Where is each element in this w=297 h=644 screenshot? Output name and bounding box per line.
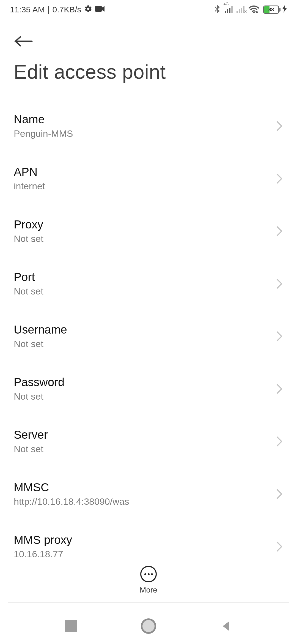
row-value: Not set — [14, 444, 48, 454]
system-nav-bar — [0, 608, 297, 644]
chevron-right-icon — [276, 436, 283, 447]
charging-icon — [282, 5, 287, 14]
row-label: Name — [14, 113, 73, 126]
bottom-separator — [8, 602, 289, 603]
page-title: Edit access point — [0, 50, 297, 100]
row-value: http://10.16.18.4:38090/was — [14, 496, 129, 507]
status-bar: 11:35 AM | 0.7KB/s 4G ✕ — [0, 0, 297, 19]
chevron-right-icon — [276, 541, 283, 552]
more-button[interactable]: More — [0, 559, 297, 594]
row-label: MMSC — [14, 481, 129, 494]
row-label: Port — [14, 271, 43, 284]
row-password[interactable]: Password Not set — [14, 362, 283, 415]
row-name[interactable]: Name Penguin-MMS — [14, 100, 283, 152]
more-label: More — [140, 586, 157, 594]
row-label: MMS proxy — [14, 533, 72, 547]
svg-point-2 — [253, 12, 255, 13]
row-value: Not set — [14, 391, 64, 402]
back-button[interactable] — [14, 33, 36, 50]
svg-rect-1 — [95, 6, 102, 12]
row-value: internet — [14, 181, 45, 192]
row-label: Server — [14, 428, 48, 441]
row-label: Password — [14, 376, 64, 389]
row-port[interactable]: Port Not set — [14, 257, 283, 310]
settings-list: Name Penguin-MMS APN internet Proxy Not … — [0, 100, 297, 564]
more-icon — [140, 566, 157, 582]
row-value: Not set — [14, 339, 67, 349]
row-label: Username — [14, 323, 67, 336]
row-value: Not set — [14, 286, 43, 297]
nav-recents-button[interactable] — [65, 620, 77, 632]
row-label: APN — [14, 165, 45, 179]
row-label: Proxy — [14, 218, 43, 231]
row-mmsc[interactable]: MMSC http://10.16.18.4:38090/was — [14, 468, 283, 520]
bluetooth-icon — [214, 4, 221, 15]
row-server[interactable]: Server Not set — [14, 415, 283, 468]
row-username[interactable]: Username Not set — [14, 310, 283, 362]
status-net-speed: 0.7KB/s — [53, 5, 81, 14]
row-proxy[interactable]: Proxy Not set — [14, 205, 283, 257]
chevron-right-icon — [276, 226, 283, 237]
nav-back-button[interactable] — [220, 620, 232, 632]
chevron-right-icon — [276, 173, 283, 184]
settings-icon — [84, 5, 92, 15]
row-mms-proxy[interactable]: MMS proxy 10.16.18.77 — [14, 520, 283, 564]
video-camera-icon — [95, 5, 105, 14]
chevron-right-icon — [276, 278, 283, 289]
nav-home-button[interactable] — [141, 618, 156, 634]
chevron-right-icon — [276, 489, 283, 500]
row-value: 10.16.18.77 — [14, 549, 72, 560]
arrow-left-icon — [14, 36, 34, 47]
status-time: 11:35 AM — [10, 5, 45, 14]
chevron-right-icon — [276, 121, 283, 132]
status-divider: | — [48, 5, 50, 14]
row-value: Penguin-MMS — [14, 128, 73, 139]
chevron-right-icon — [276, 331, 283, 342]
row-apn[interactable]: APN internet — [14, 152, 283, 205]
chevron-right-icon — [276, 383, 283, 394]
row-value: Not set — [14, 233, 43, 244]
signal-sim2-icon: ✕ — [237, 6, 244, 13]
wifi-icon — [248, 5, 259, 15]
svg-point-3 — [255, 10, 259, 13]
battery-indicator: 38 — [263, 5, 287, 14]
signal-sim1-icon: 4G — [225, 6, 233, 13]
